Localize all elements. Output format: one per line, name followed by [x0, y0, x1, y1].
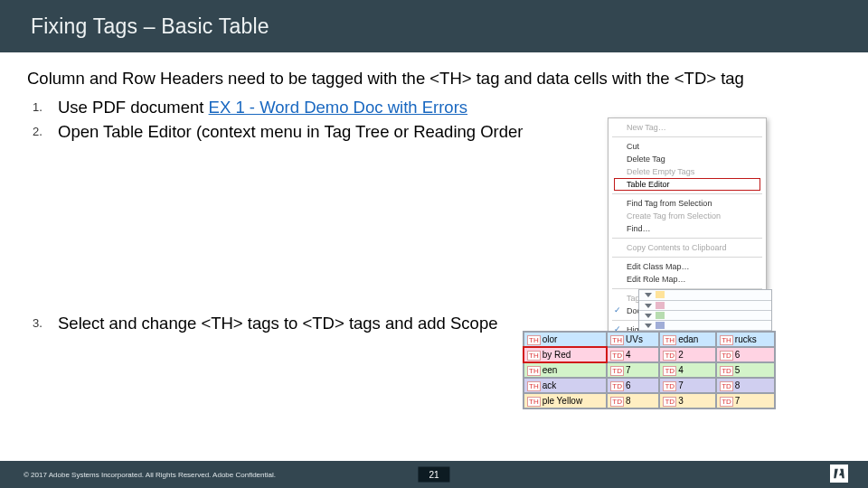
table-cell: TD7 — [716, 393, 775, 408]
table-cell: THeen — [524, 362, 607, 378]
footer: © 2017 Adobe Systems Incorporated. All R… — [0, 461, 868, 488]
table-row: THby Red TD4 TD2 TD6 — [524, 347, 775, 362]
menu-separator — [612, 136, 762, 137]
table-editor-preview: THolor THUVs THedan THrucks THby Red TD4… — [523, 331, 776, 409]
table-cell: TD4 — [607, 347, 659, 362]
table-cell: TD7 — [607, 362, 659, 378]
menu-item[interactable]: New Tag… — [609, 121, 766, 134]
menu-item-table-editor[interactable]: Table Editor — [609, 178, 766, 191]
table-cell: THrucks — [716, 332, 775, 347]
step-text: Open Table Editor (context menu in Tag T… — [58, 122, 524, 142]
page-number: 21 — [418, 467, 449, 483]
table-cell: TD4 — [659, 362, 716, 378]
slide: Fixing Tags – Basic Table Column and Row… — [0, 0, 868, 488]
table-cell: TD3 — [659, 393, 716, 408]
menu-item[interactable]: Create Tag from Selection — [609, 210, 766, 222]
table-cell: TD2 — [659, 347, 716, 362]
menu-separator — [612, 193, 762, 194]
table-cell: THedan — [659, 332, 716, 347]
step-number: 2. — [33, 122, 58, 138]
table-cell: TD6 — [716, 347, 775, 362]
step-text: Select and change <TH> tags to <TD> tags… — [58, 314, 497, 333]
table-row: THack TD6 TD7 TD8 — [524, 378, 775, 393]
table-cell: THUVs — [607, 332, 659, 347]
menu-item[interactable]: Copy Contents to Clipboard — [609, 241, 766, 254]
menu-item[interactable]: Delete Empty Tags — [609, 165, 766, 178]
menu-item[interactable]: Find… — [609, 222, 766, 235]
table-cell: TD8 — [607, 393, 659, 408]
table-cell: THolor — [524, 332, 607, 347]
table-row: THple Yellow TD8 TD3 TD7 — [524, 393, 775, 408]
table-cell-selected: THby Red — [524, 347, 607, 362]
step-number: 3. — [33, 314, 58, 330]
table-cell: TD5 — [716, 362, 775, 378]
menu-item[interactable]: Find Tag from Selection — [609, 197, 766, 210]
table-row: THolor THUVs THedan THrucks — [524, 332, 775, 347]
table-cell: TD6 — [607, 378, 659, 393]
menu-item[interactable]: Edit Class Map… — [609, 260, 766, 273]
table-cell: TD8 — [716, 378, 775, 393]
step-text: Use PDF document EX 1 - Word Demo Doc wi… — [58, 98, 467, 117]
demo-doc-link[interactable]: EX 1 - Word Demo Doc with Errors — [209, 98, 467, 117]
table-row: THeen TD7 TD4 TD5 — [524, 362, 775, 378]
table-cell: THple Yellow — [524, 393, 607, 408]
step-number: 1. — [33, 98, 58, 114]
table-cell: TD7 — [659, 378, 716, 393]
menu-item[interactable]: Delete Tag — [609, 153, 766, 165]
step-text-a: Use PDF document — [58, 98, 209, 117]
table-cell: THack — [524, 378, 607, 393]
adobe-logo-icon — [830, 465, 848, 483]
copyright-text: © 2017 Adobe Systems Incorporated. All R… — [24, 471, 276, 479]
menu-item[interactable]: Edit Role Map… — [609, 273, 766, 286]
menu-item[interactable]: Cut — [609, 140, 766, 153]
step-1: 1. Use PDF document EX 1 - Word Demo Doc… — [33, 98, 841, 117]
menu-separator — [612, 257, 762, 258]
title-bar: Fixing Tags – Basic Table — [0, 0, 868, 52]
page-title: Fixing Tags – Basic Table — [31, 14, 269, 39]
lead-text: Column and Row Headers need to be tagged… — [27, 69, 841, 89]
menu-separator — [612, 238, 762, 239]
